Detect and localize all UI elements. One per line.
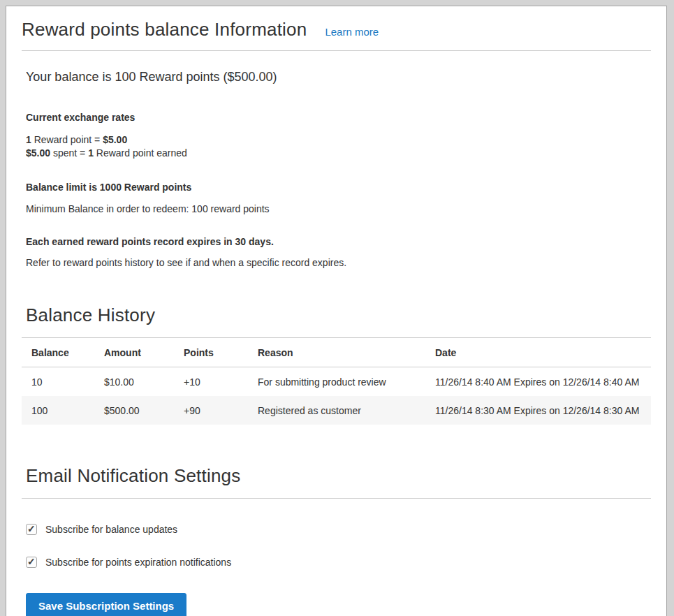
column-header-points: Points: [174, 337, 248, 367]
exchange-rates: 1 Reward point = $5.00 $5.00 spent = 1 R…: [26, 133, 651, 160]
reward-points-panel: Reward points balance Information Learn …: [6, 6, 667, 616]
cell-date: 11/26/14 8:30 AM Expires on 12/26/14 8:3…: [425, 396, 651, 425]
expiry-heading: Each earned reward points record expires…: [26, 236, 651, 247]
balance-history-table: Balance Amount Points Reason Date 10 $10…: [22, 337, 651, 425]
rate2-points: 1: [88, 147, 94, 159]
column-header-amount: Amount: [94, 337, 174, 367]
balance-updates-checkbox[interactable]: [26, 524, 37, 535]
cell-reason: For submitting product review: [248, 367, 425, 396]
balance-updates-option[interactable]: Subscribe for balance updates: [26, 524, 651, 535]
learn-more-link[interactable]: Learn more: [325, 26, 379, 38]
cell-amount: $500.00: [94, 396, 174, 425]
column-header-date: Date: [425, 337, 651, 367]
exchange-rate-line-1: 1 Reward point = $5.00: [26, 133, 651, 147]
table-row: 10 $10.00 +10 For submitting product rev…: [22, 367, 651, 396]
rate1-text: Reward point =: [31, 134, 103, 145]
email-settings-heading: Email Notification Settings: [26, 465, 651, 487]
rate2-suffix: Reward point earned: [94, 147, 187, 159]
save-subscription-button[interactable]: Save Subscription Settings: [26, 593, 186, 616]
cell-date: 11/26/14 8:40 AM Expires on 12/26/14 8:4…: [425, 367, 651, 396]
page-header: Reward points balance Information Learn …: [22, 19, 651, 51]
balance-limit-heading: Balance limit is 1000 Reward points: [26, 182, 651, 193]
rate1-money: $5.00: [103, 134, 127, 145]
balance-history-heading: Balance History: [26, 305, 651, 326]
exchange-rates-heading: Current exchange rates: [26, 112, 651, 123]
cell-points: +10: [174, 367, 248, 396]
cell-balance: 10: [22, 367, 94, 396]
page-title: Reward points balance Information: [22, 19, 307, 41]
cell-balance: 100: [22, 396, 94, 425]
rate2-text: spent =: [50, 147, 88, 159]
table-header-row: Balance Amount Points Reason Date: [22, 337, 651, 367]
rate2-money: $5.00: [26, 147, 50, 159]
balance-summary: Your balance is 100 Reward points ($500.…: [26, 70, 647, 85]
table-row: 100 $500.00 +90 Registered as customer 1…: [22, 396, 651, 425]
points-expiration-label[interactable]: Subscribe for points expiration notifica…: [45, 557, 231, 568]
column-header-reason: Reason: [248, 337, 425, 367]
email-settings-header: Email Notification Settings: [22, 465, 651, 499]
cell-amount: $10.00: [94, 367, 174, 396]
cell-points: +90: [174, 396, 248, 425]
expiry-note: Refer to reward points history to see if…: [26, 257, 651, 268]
points-expiration-checkbox[interactable]: [26, 557, 37, 568]
balance-updates-label[interactable]: Subscribe for balance updates: [45, 524, 177, 535]
rate1-points: 1: [26, 134, 31, 145]
points-expiration-option[interactable]: Subscribe for points expiration notifica…: [26, 557, 651, 568]
reward-info-block: Current exchange rates 1 Reward point = …: [26, 112, 651, 268]
column-header-balance: Balance: [22, 337, 94, 367]
cell-reason: Registered as customer: [248, 396, 425, 425]
min-balance-note: Minimum Balance in order to redeem: 100 …: [26, 203, 651, 214]
exchange-rate-line-2: $5.00 spent = 1 Reward point earned: [26, 147, 651, 160]
